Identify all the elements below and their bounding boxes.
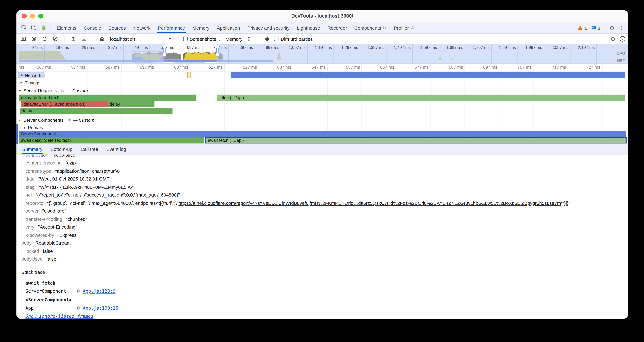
- minimize-button[interactable]: [30, 14, 35, 19]
- overview-tick-label: 1,597 ms: [412, 45, 437, 50]
- flame-bar-servercomponent[interactable]: ServerComponent: [19, 131, 626, 137]
- memory-checkbox[interactable]: [219, 37, 224, 41]
- upload-profile-icon[interactable]: [70, 35, 77, 43]
- bottom-tab-bottom-up[interactable]: Bottom-up: [46, 144, 76, 154]
- network-event-marker[interactable]: [187, 72, 191, 78]
- selection-handle-right[interactable]: [215, 45, 219, 57]
- network-request-bar[interactable]: [231, 72, 625, 78]
- tab-label: Recorder: [328, 25, 347, 30]
- message-icon: [591, 25, 596, 31]
- issues-warning-badge[interactable]: 1: [577, 25, 587, 31]
- screenshots-checkbox[interactable]: [183, 37, 188, 41]
- header-value: "chunked": [66, 216, 87, 221]
- warning-icon: [577, 25, 583, 31]
- reload-and-record-icon[interactable]: [41, 35, 48, 43]
- flame-bar-delayederror-ayed-exception[interactable]: delayedError (…ayed exception): [22, 101, 108, 107]
- bottom-tab-label: Call tree: [81, 147, 98, 152]
- close-button[interactable]: [22, 14, 26, 19]
- bottom-tab-label: Summary: [22, 147, 42, 152]
- tab-label: Sources: [108, 25, 126, 30]
- flame-bar-await-delay-deferred-text[interactable]: await delay (deferred text): [19, 137, 204, 144]
- inspect-icon[interactable]: [19, 24, 29, 32]
- ruler-tickmark: [568, 64, 568, 71]
- disclosure-triangle-icon: ▼: [18, 119, 22, 122]
- bottom-tab-summary[interactable]: Summary: [18, 144, 46, 154]
- divider: [93, 36, 93, 42]
- frame-function-name: App: [26, 305, 77, 311]
- server-components-header[interactable]: ▼Server Components⚛— Custom: [16, 116, 628, 124]
- header-key: connection: [26, 155, 48, 157]
- flame-bar-delay[interactable]: delay: [20, 108, 172, 114]
- window-title: DevTools - localhost:3000/: [16, 13, 628, 19]
- dim-3rd-parties-checkbox[interactable]: [274, 37, 279, 41]
- record-icon[interactable]: [30, 35, 38, 43]
- overview-tick-label: 97 ms: [18, 45, 43, 50]
- tab-sources[interactable]: Sources: [105, 22, 130, 33]
- collapse-sections-icon[interactable]: [264, 35, 271, 43]
- report-to-url-link[interactable]: https://a.nel.cloudflare.com/report/v4?s…: [178, 200, 561, 205]
- flame-bar-await-fetch-api[interactable]: await fetch (…/api): [205, 137, 627, 144]
- screenshots-checkbox-group: Screenshots: [183, 36, 216, 41]
- tab-performance[interactable]: Performance: [154, 22, 188, 33]
- header-row-body: bodyReadableStream: [16, 239, 628, 247]
- disclosure-triangle-icon: ▶: [20, 81, 23, 84]
- selection-handle-left[interactable]: [162, 45, 166, 57]
- network-label-text: Network: [25, 73, 42, 77]
- flame-bar-fetch-api[interactable]: fetch (…/api): [217, 95, 625, 101]
- toggle-sidebar-icon[interactable]: [19, 35, 27, 43]
- tab-label: Performance: [158, 25, 185, 30]
- warning-count: 1: [584, 25, 587, 30]
- bottom-tab-label: Bottom-up: [50, 147, 72, 152]
- console-messages-badge[interactable]: 1: [591, 25, 600, 31]
- tab-lighthouse[interactable]: Lighthouse: [293, 22, 324, 33]
- server-requests-header[interactable]: ▼Server Requests⚛— Custom: [16, 86, 628, 95]
- network-track-label[interactable]: ▶Network: [18, 72, 44, 78]
- tab-components[interactable]: Components⚛: [351, 22, 390, 33]
- tab-elements[interactable]: Elements: [53, 22, 80, 33]
- help-icon[interactable]: ?: [620, 36, 625, 42]
- ruler-tick-label: 637 ms: [266, 65, 291, 70]
- disclosure-triangle-icon: ▼: [18, 89, 22, 92]
- settings-gear-icon[interactable]: ⚙: [607, 24, 617, 32]
- flame-bar-delay[interactable]: delay: [108, 101, 154, 107]
- stack-trace-title: Stack trace: [22, 270, 628, 275]
- primary-label-text: Primary: [28, 125, 44, 130]
- tab-privacy-and-security[interactable]: Privacy and security: [244, 22, 293, 33]
- home-icon[interactable]: [98, 35, 106, 43]
- profile-select[interactable]: localhost #4 ▼: [109, 36, 173, 41]
- show-ignore-listed-frames-link[interactable]: Show ignore-listed frames: [26, 314, 94, 319]
- flame-bar-row: ServerComponent: [16, 131, 628, 137]
- flame-bar-row: delay (deferred text)fetch (…/api): [16, 95, 628, 101]
- header-row-bodyused: bodyUsedfalse: [16, 255, 628, 263]
- tab-profiler[interactable]: Profiler⚛: [390, 22, 418, 33]
- device-toolbar-icon[interactable]: [29, 24, 38, 32]
- primary-group-row[interactable]: ▼Primary: [16, 124, 628, 131]
- ruler-tickmark: [156, 64, 156, 71]
- at-symbol: @: [77, 289, 80, 294]
- tab-console[interactable]: Console: [80, 22, 105, 33]
- frame-source-link[interactable]: App.js:190:16: [83, 305, 118, 311]
- frame-source-link[interactable]: App.js:128:9: [83, 289, 116, 294]
- bottom-tab-call-tree[interactable]: Call tree: [76, 144, 102, 154]
- download-profile-icon[interactable]: [80, 35, 88, 43]
- header-row-content-type: content-type"application/json; charset=u…: [16, 167, 628, 175]
- panel-settings-gear-icon[interactable]: ⚙: [609, 35, 617, 43]
- extension-gem-icon[interactable]: [39, 24, 48, 32]
- garbage-collect-icon[interactable]: [246, 35, 253, 43]
- header-value: "keep-alive": [52, 155, 77, 157]
- zoom-button[interactable]: [38, 14, 43, 19]
- header-row-vary: vary"Accept-Encoding": [16, 223, 628, 231]
- timings-track[interactable]: ▶Timings: [16, 79, 628, 87]
- overview-tick-label: 1,197 ms: [307, 45, 332, 50]
- tab-network[interactable]: Network: [130, 22, 154, 33]
- timeline-overview[interactable]: 97 ms197 ms297 ms397 ms497 ms597 ms697 m…: [16, 45, 628, 64]
- tab-application[interactable]: Application: [213, 22, 244, 33]
- bottom-tab-event-log[interactable]: Event log: [102, 144, 130, 154]
- tab-memory[interactable]: Memory: [189, 22, 213, 33]
- dim-3rd-parties-checkbox-group: Dim 3rd parties: [274, 36, 313, 41]
- tab-recorder[interactable]: Recorder: [324, 22, 350, 33]
- more-options-icon[interactable]: ⋮: [617, 25, 626, 31]
- flame-bar-delay-deferred-text[interactable]: delay (deferred text): [19, 95, 196, 101]
- header-value-prefix: "{\"group\":\"cf-nel\",\"max_age\":60480…: [47, 200, 178, 205]
- clear-icon[interactable]: [51, 35, 59, 43]
